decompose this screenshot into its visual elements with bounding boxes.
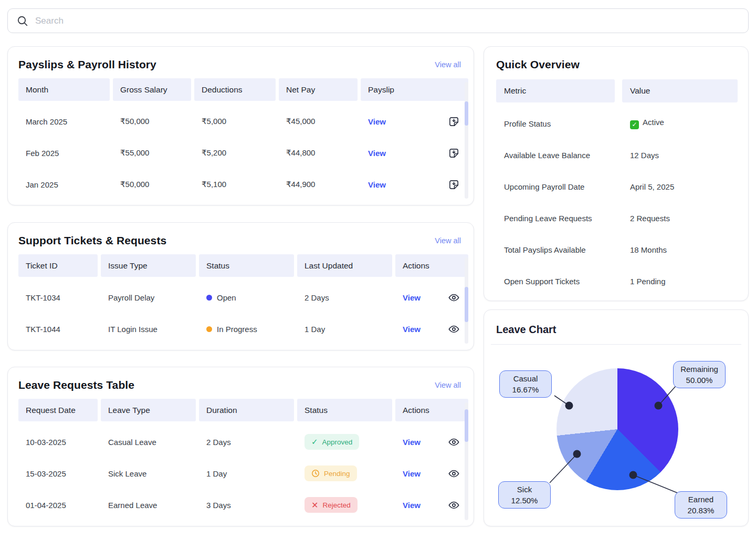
status-badge: ✕ Rejected (304, 497, 358, 513)
cell-net-pay: ₹44,800 (279, 148, 358, 158)
column-header-duration: Duration (199, 399, 294, 421)
table-row: Available Leave Balance 12 Days (484, 139, 748, 171)
table-row: TKT-1034 Payroll Delay Open 2 Days View (18, 282, 468, 313)
view-payslip-link[interactable]: View (368, 149, 386, 158)
cell-deductions: ₹5,200 (194, 148, 276, 158)
cell-net-pay: ₹44,900 (279, 180, 358, 189)
scrollbar-track (465, 82, 468, 199)
eye-icon[interactable] (448, 323, 460, 335)
view-leave-request-link[interactable]: View (403, 438, 421, 447)
status-dot-open (206, 295, 212, 301)
leave-requests-card: Leave Requests Table View all Request Da… (7, 367, 474, 526)
cell-last-updated: 1 Day (297, 325, 392, 334)
support-tickets-view-all-link[interactable]: View all (435, 236, 461, 245)
column-header-actions: Actions (395, 399, 468, 421)
leave-requests-view-all-link[interactable]: View all (435, 381, 461, 389)
cell-ticket-id: TKT-1034 (18, 293, 98, 302)
table-row: Feb 2025 ₹55,000 ₹5,200 ₹44,800 View (18, 137, 468, 169)
leave-pie-chart[interactable] (556, 368, 678, 490)
download-payslip-icon[interactable] (448, 147, 460, 159)
pie-callout-casual: Casual 16.67% (499, 370, 552, 398)
column-header-actions: Actions (395, 254, 468, 277)
callout-value: 20.83% (681, 505, 720, 516)
search-input[interactable] (35, 16, 740, 26)
cell-leave-type: Sick Leave (101, 469, 196, 478)
support-tickets-card: Support Tickets & Requests View all Tick… (7, 222, 474, 350)
pie-callout-sick: Sick 12.50% (498, 481, 551, 509)
pie-callout-remaining: Remaining 50.00% (673, 361, 726, 388)
status-dot-in-progress (206, 326, 212, 332)
x-icon: ✕ (311, 500, 318, 510)
cell-ticket-id: TKT-1044 (18, 325, 98, 334)
quick-overview-card: Quick Overview Metric Value Profile Stat… (484, 46, 749, 301)
view-leave-request-link[interactable]: View (403, 501, 421, 510)
metric-value: 18 Months (622, 245, 738, 254)
cell-deductions: ₹5,000 (194, 117, 276, 126)
scrollbar-thumb[interactable] (465, 409, 468, 442)
dashboard-page: Payslips & Payroll History View all Mont… (0, 0, 756, 538)
cell-gross-salary: ₹55,000 (113, 148, 191, 158)
view-ticket-link[interactable]: View (403, 325, 421, 334)
column-header-value: Value (622, 79, 738, 102)
cell-gross-salary: ₹50,000 (113, 180, 191, 189)
metric-value: ✓Active (622, 118, 738, 129)
table-row: TKT-1044 IT Login Issue In Progress 1 Da… (18, 313, 468, 345)
callout-value: 16.67% (506, 384, 545, 395)
metric-value: 2 Requests (622, 214, 738, 223)
cell-month: March 2025 (18, 117, 110, 126)
cell-duration: 3 Days (199, 501, 294, 510)
download-payslip-icon[interactable] (448, 116, 460, 128)
column-header-ticket-id: Ticket ID (18, 254, 98, 277)
column-header-leave-type: Leave Type (101, 399, 196, 421)
view-leave-request-link[interactable]: View (403, 469, 421, 478)
table-row: Profile Status ✓Active (484, 108, 748, 139)
clock-icon (311, 469, 320, 478)
green-check-icon: ✓ (630, 120, 639, 129)
table-row: 10-03-2025 Casual Leave 2 Days ✓ Approve… (18, 426, 468, 458)
status-badge-label: Approved (322, 438, 353, 446)
divider (491, 344, 741, 345)
status-badge-label: Pending (324, 470, 350, 478)
cell-status: In Progress (217, 325, 257, 334)
view-payslip-link[interactable]: View (368, 117, 386, 126)
cell-month: Jan 2025 (18, 180, 110, 189)
column-header-gross-salary: Gross Salary (113, 78, 191, 101)
table-row: Jan 2025 ₹50,000 ₹5,100 ₹44,900 View (18, 169, 468, 200)
column-header-issue-type: Issue Type (101, 254, 196, 277)
leave-requests-table-header: Request Date Leave Type Duration Status … (18, 399, 468, 421)
cell-issue-type: IT Login Issue (101, 325, 196, 334)
support-tickets-table: Ticket ID Issue Type Status Last Updated… (8, 251, 474, 345)
column-header-net-pay: Net Pay (279, 78, 358, 101)
pie-callout-earned: Earned 20.83% (675, 491, 727, 519)
cell-deductions: ₹5,100 (194, 180, 276, 189)
view-ticket-link[interactable]: View (403, 293, 421, 302)
download-payslip-icon[interactable] (448, 179, 460, 191)
eye-icon[interactable] (448, 468, 460, 480)
payslips-view-all-link[interactable]: View all (435, 60, 461, 69)
search-bar (7, 8, 749, 33)
column-header-request-date: Request Date (18, 399, 98, 421)
column-header-last-updated: Last Updated (297, 254, 392, 277)
eye-icon[interactable] (448, 436, 460, 448)
status-badge-label: Rejected (322, 501, 350, 509)
leave-chart-title: Leave Chart (484, 310, 748, 336)
scrollbar-thumb[interactable] (465, 101, 468, 126)
check-icon: ✓ (311, 437, 318, 447)
leave-requests-card-title: Leave Requests Table (18, 379, 134, 391)
cell-status: Open (217, 293, 236, 302)
eye-icon[interactable] (448, 292, 460, 304)
view-payslip-link[interactable]: View (368, 180, 386, 189)
cell-leave-type: Casual Leave (101, 438, 196, 447)
column-header-month: Month (18, 78, 110, 101)
cell-gross-salary: ₹50,000 (113, 117, 191, 126)
leave-chart-card: Leave Chart Casual 16.67% Remaining 50.0… (484, 309, 749, 526)
scrollbar-thumb[interactable] (465, 287, 468, 322)
eye-icon[interactable] (448, 499, 460, 511)
status-badge: ✓ Approved (304, 434, 359, 450)
column-header-status: Status (199, 254, 294, 277)
metric-label: Upcoming Payroll Date (496, 182, 615, 191)
payslips-card-title: Payslips & Payroll History (18, 58, 156, 71)
metric-value: April 5, 2025 (622, 182, 738, 191)
cell-leave-type: Earned Leave (101, 501, 196, 510)
callout-label: Remaining (680, 364, 719, 375)
